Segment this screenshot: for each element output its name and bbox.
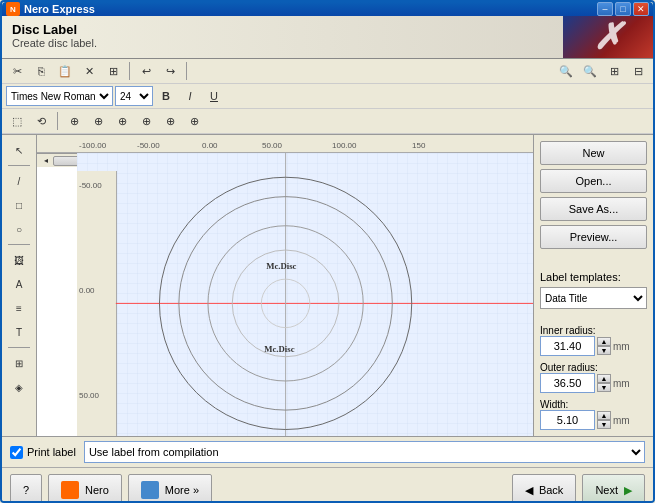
nero-icon (61, 481, 79, 499)
text-tool[interactable]: A (6, 273, 32, 295)
next-button[interactable]: Next ▶ (582, 474, 645, 503)
header-area: Disc Label Create disc label. ✗ (2, 16, 653, 59)
tool8-button[interactable]: ⊕ (183, 111, 205, 131)
view1-button[interactable]: ⊞ (603, 61, 625, 81)
tool1-button[interactable]: ⬚ (6, 111, 28, 131)
bottom-bar: Print label Use label from compilation (2, 436, 653, 467)
compilation-select[interactable]: Use label from compilation (84, 441, 645, 463)
save-as-button[interactable]: Save As... (540, 197, 647, 221)
print-label-checkbox-label[interactable]: Print label (10, 446, 76, 459)
ruler-h-label-3: 0.00 (202, 141, 218, 150)
italic-button[interactable]: I (179, 86, 201, 106)
logo-area: ✗ (563, 16, 653, 58)
svg-text:Mc.Disc: Mc.Disc (266, 261, 296, 271)
ruler-h-label-2: -50.00 (137, 141, 160, 150)
special-tool[interactable]: ◈ (6, 376, 32, 398)
ruler-h-label-1: -100.00 (79, 141, 106, 150)
width-label: Width: (540, 399, 647, 410)
width-input[interactable] (540, 410, 595, 430)
radius-group: Inner radius: 31.40 ▲ ▼ mm Outer radius: (540, 325, 647, 430)
close-button[interactable]: ✕ (633, 2, 649, 16)
inner-radius-up[interactable]: ▲ (597, 337, 611, 346)
zoom-in-button[interactable]: 🔍 (579, 61, 601, 81)
grid-tool[interactable]: ⊞ (6, 352, 32, 374)
print-label-checkbox[interactable] (10, 446, 23, 459)
label-templates-select[interactable]: Data Title (540, 287, 647, 309)
width-down[interactable]: ▼ (597, 420, 611, 429)
inner-radius-row: Inner radius: 31.40 ▲ ▼ mm (540, 325, 647, 356)
toolbar-row-2: Times New Roman 24 B I U (2, 84, 653, 109)
outer-radius-row: Outer radius: ▲ ▼ mm (540, 362, 647, 393)
tool3-button[interactable]: ⊕ (63, 111, 85, 131)
font-size-select[interactable]: 24 (115, 86, 153, 106)
ellipse-tool[interactable]: ○ (6, 218, 32, 240)
toolbar-separator-3 (57, 112, 58, 130)
width-spinner: ▲ ▼ (597, 411, 611, 429)
preview-button[interactable]: Preview... (540, 225, 647, 249)
view2-button[interactable]: ⊟ (627, 61, 649, 81)
redo-button[interactable]: ↪ (159, 61, 181, 81)
zoom-out-button[interactable]: 🔍 (555, 61, 577, 81)
image-tool[interactable]: 🖼 (6, 249, 32, 271)
footer-left: ? Nero More » (10, 474, 212, 503)
more-icon (141, 481, 159, 499)
tool7-button[interactable]: ⊕ (159, 111, 181, 131)
outer-radius-input[interactable] (540, 373, 595, 393)
open-button[interactable]: Open... (540, 169, 647, 193)
more-button[interactable]: More » (128, 474, 212, 503)
rect-tool[interactable]: □ (6, 194, 32, 216)
width-up[interactable]: ▲ (597, 411, 611, 420)
ruler-h-label-6: 150 (412, 141, 425, 150)
new-button[interactable]: New (540, 141, 647, 165)
toolbar-separator-1 (129, 62, 130, 80)
bold-button[interactable]: B (155, 86, 177, 106)
label-templates-label: Label templates: (540, 271, 647, 283)
nero-button[interactable]: Nero (48, 474, 122, 503)
tool5-button[interactable]: ⊕ (111, 111, 133, 131)
delete-button[interactable]: ✕ (78, 61, 100, 81)
inner-radius-input[interactable]: 31.40 (540, 336, 595, 356)
next-button-label: Next (595, 484, 618, 496)
tool4-button[interactable]: ⊕ (87, 111, 109, 131)
undo-button[interactable]: ↩ (135, 61, 157, 81)
toolbar-row-1: ✂ ⎘ 📋 ✕ ⊞ ↩ ↪ 🔍 🔍 ⊞ ⊟ (2, 59, 653, 84)
back-button-label: Back (539, 484, 563, 496)
outer-radius-down[interactable]: ▼ (597, 383, 611, 392)
page-subtitle: Create disc label. (12, 37, 553, 49)
logo-x-icon: ✗ (593, 16, 623, 58)
outer-radius-spinner: ▲ ▼ (597, 374, 611, 392)
copy-button[interactable]: ⎘ (30, 61, 52, 81)
tool6-button[interactable]: ⊕ (135, 111, 157, 131)
line-tool[interactable]: / (6, 170, 32, 192)
minimize-button[interactable]: – (597, 2, 613, 16)
paste-button[interactable]: 📋 (54, 61, 76, 81)
toolbar-divider-2 (8, 244, 30, 245)
back-button[interactable]: ◀ Back (512, 474, 576, 503)
help-button[interactable]: ? (10, 474, 42, 503)
right-panel: New Open... Save As... Preview... Label … (533, 135, 653, 436)
nero-button-label: Nero (85, 484, 109, 496)
help-icon: ? (23, 484, 29, 496)
outer-radius-up[interactable]: ▲ (597, 374, 611, 383)
duplicate-button[interactable]: ⊞ (102, 61, 124, 81)
cut-button[interactable]: ✂ (6, 61, 28, 81)
width-row: Width: ▲ ▼ mm (540, 399, 647, 430)
font-select[interactable]: Times New Roman (6, 86, 113, 106)
app-window: N Nero Express – □ ✕ Disc Label Create d… (0, 0, 655, 503)
select-tool[interactable]: ↖ (6, 139, 32, 161)
toolbar-container: ✂ ⎘ 📋 ✕ ⊞ ↩ ↪ 🔍 🔍 ⊞ ⊟ Times New Roman 24… (2, 59, 653, 135)
underline-button[interactable]: U (203, 86, 225, 106)
toolbar-row-3: ⬚ ⟲ ⊕ ⊕ ⊕ ⊕ ⊕ ⊕ (2, 109, 653, 134)
tool2-button[interactable]: ⟲ (30, 111, 52, 131)
list-tool[interactable]: ≡ (6, 297, 32, 319)
scroll-left-button[interactable]: ◂ (39, 155, 53, 167)
main-content: ↖ / □ ○ 🖼 A ≡ T ⊞ ◈ -100.00 -50.00 0.00 … (2, 135, 653, 436)
page-title: Disc Label (12, 22, 553, 37)
maximize-button[interactable]: □ (615, 2, 631, 16)
inner-radius-down[interactable]: ▼ (597, 346, 611, 355)
window-title: Nero Express (24, 3, 95, 15)
back-icon: ◀ (525, 484, 533, 497)
canvas-drawing[interactable]: -50.00 0.00 50.00 (77, 153, 533, 436)
inner-radius-unit: mm (613, 341, 630, 352)
text2-tool[interactable]: T (6, 321, 32, 343)
